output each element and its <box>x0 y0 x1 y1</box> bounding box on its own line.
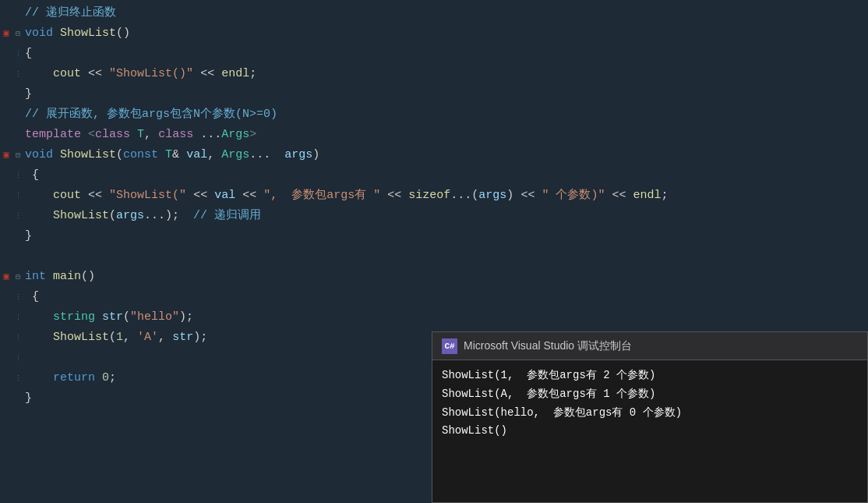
code-line-14: ▣ ⊟ int main() <box>0 267 868 287</box>
line-collapse-19: ⋮ <box>14 374 22 384</box>
console-output-line-3: ShowList(hello, 参数包args有 0 个参数) <box>442 404 858 423</box>
line-collapse-16: ⋮ <box>14 313 22 324</box>
line-collapse-2[interactable]: ⊟ <box>14 28 22 41</box>
line-content-10: cout << "ShowList(" << val << ", 参数包args… <box>22 186 868 205</box>
code-line-12: } <box>0 226 868 246</box>
line-collapse-17: ⋮ <box>14 333 22 344</box>
console-output-line-1: ShowList(1, 参数包args有 2 个参数) <box>442 367 858 385</box>
line-collapse-4: ⋮ <box>14 69 22 80</box>
code-line-2: ▣ ⊟ void ShowList() <box>0 23 868 44</box>
line-content-5: } <box>22 85 868 104</box>
line-collapse-11: ⋮ <box>14 211 22 222</box>
line-collapse-18: ⋮ <box>14 353 22 364</box>
console-icon-label: C# <box>444 342 454 351</box>
line-content-11: ShowList(args...); // 递归调用 <box>22 207 868 225</box>
line-collapse-10: ⋮ <box>14 191 22 202</box>
code-editor: // 递归终止函数 ▣ ⊟ void ShowList() ⋮ { ⋮ cout… <box>0 0 868 503</box>
console-output-line-4: ShowList() <box>442 422 858 441</box>
line-content-13 <box>22 247 868 266</box>
code-line-1: // 递归终止函数 <box>0 3 868 23</box>
code-line-3: ⋮ { <box>0 44 868 64</box>
console-output-line-2: ShowList(A, 参数包args有 1 个参数) <box>442 385 858 404</box>
console-popup[interactable]: C# Microsoft Visual Studio 调试控制台 ShowLis… <box>432 331 868 503</box>
console-titlebar: C# Microsoft Visual Studio 调试控制台 <box>432 332 867 360</box>
visual-studio-icon: C# <box>442 338 457 354</box>
line-content-7: template <class T, class ...Args> <box>22 126 868 144</box>
line-collapse-9: ⋮ <box>14 171 22 182</box>
line-content-12: } <box>22 227 868 246</box>
code-line-16: ⋮ string str("hello"); <box>0 307 868 328</box>
line-content-4: cout << "ShowList()" << endl; <box>22 65 868 83</box>
line-content-14: int main() <box>22 267 868 286</box>
console-title: Microsoft Visual Studio 调试控制台 <box>464 339 632 353</box>
code-line-15: ⋮ { <box>0 287 868 307</box>
line-content-8: void ShowList(const T& val, Args... args… <box>22 146 868 165</box>
code-line-13 <box>0 246 868 267</box>
line-content-9: { <box>22 166 868 185</box>
code-line-11: ⋮ ShowList(args...); // 递归调用 <box>0 206 868 226</box>
line-content-3: { <box>22 44 868 63</box>
line-collapse-3: ⋮ <box>14 49 22 60</box>
code-line-4: ⋮ cout << "ShowList()" << endl; <box>0 64 868 84</box>
code-line-5: } <box>0 84 868 104</box>
line-content-16: string str("hello"); <box>22 308 868 327</box>
line-gutter-14: ▣ <box>0 270 14 285</box>
console-body: ShowList(1, 参数包args有 2 个参数) ShowList(A, … <box>432 360 867 447</box>
line-collapse-15: ⋮ <box>14 292 22 303</box>
code-line-8: ▣ ⊟ void ShowList(const T& val, Args... … <box>0 145 868 165</box>
line-content-6: // 展开函数, 参数包args包含N个参数(N>=0) <box>22 105 868 124</box>
line-collapse-14[interactable]: ⊟ <box>14 271 22 284</box>
line-collapse-8[interactable]: ⊟ <box>14 150 22 162</box>
line-content-1: // 递归终止函数 <box>22 4 868 23</box>
code-line-7: template <class T, class ...Args> <box>0 125 868 145</box>
code-line-6: // 展开函数, 参数包args包含N个参数(N>=0) <box>0 104 868 125</box>
code-line-10: ⋮ cout << "ShowList(" << val << ", 参数包ar… <box>0 186 868 206</box>
line-content-15: { <box>22 288 868 306</box>
code-line-9: ⋮ { <box>0 165 868 186</box>
line-gutter-8: ▣ <box>0 148 14 163</box>
line-content-2: void ShowList() <box>22 24 868 43</box>
line-gutter-2: ▣ <box>0 27 14 41</box>
